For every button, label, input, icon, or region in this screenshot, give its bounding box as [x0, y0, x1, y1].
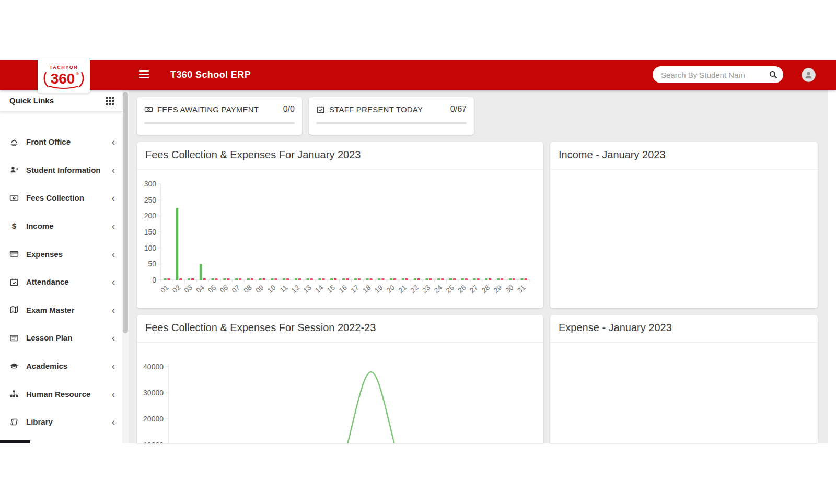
- search-input[interactable]: [661, 71, 769, 79]
- svg-text:50: 50: [148, 260, 156, 268]
- brand-logo[interactable]: TACHYON 360 ®: [38, 58, 90, 93]
- logo-main-text: 360: [51, 71, 75, 87]
- fees-expenses-session-chart-card: Fees Collection & Expenses For Session 2…: [137, 315, 543, 443]
- session-line-chart: 10000200003000040000: [137, 315, 543, 443]
- chevron-left-icon: ‹: [112, 333, 115, 343]
- svg-text:10: 10: [266, 284, 277, 295]
- svg-text:200: 200: [144, 212, 157, 220]
- menu-toggle-button[interactable]: [139, 70, 149, 78]
- banknote-icon: [144, 105, 153, 114]
- stat-value: 0/0: [283, 104, 295, 114]
- svg-text:17: 17: [350, 284, 361, 295]
- svg-text:100: 100: [144, 244, 157, 252]
- sidebar-scrollbar-track[interactable]: [122, 90, 129, 443]
- svg-text:31: 31: [516, 284, 527, 295]
- banknote-icon: [9, 193, 19, 203]
- sidebar-item-fees-collection[interactable]: Fees Collection ‹: [0, 184, 122, 212]
- svg-text:40000: 40000: [143, 362, 164, 371]
- panel-title: Income - January 2023: [559, 149, 666, 161]
- sidebar-item-label: Expenses: [26, 250, 112, 259]
- svg-text:03: 03: [183, 284, 194, 295]
- chevron-left-icon: ‹: [112, 277, 115, 287]
- svg-text:15: 15: [326, 284, 336, 295]
- svg-text:30000: 30000: [143, 389, 164, 397]
- divider: [550, 169, 818, 170]
- stat-label: FEES AWAITING PAYMENT: [157, 105, 283, 114]
- list-box-icon: [9, 333, 19, 343]
- sidebar-item-label: Lesson Plan: [26, 333, 112, 342]
- calendar-check-icon: [316, 105, 325, 114]
- daily-bar-chart: 0501001502002503000102030405060708091011…: [137, 142, 543, 308]
- sidebar-item-label: Student Information: [26, 166, 112, 174]
- svg-text:08: 08: [242, 284, 253, 295]
- search-icon[interactable]: [769, 70, 778, 79]
- svg-text:14: 14: [314, 284, 325, 295]
- svg-text:26: 26: [457, 284, 468, 295]
- svg-text:300: 300: [144, 180, 157, 188]
- sidebar-item-expenses[interactable]: Expenses ‹: [0, 240, 122, 268]
- svg-text:250: 250: [144, 196, 157, 204]
- sidebar-item-lesson-plan[interactable]: Lesson Plan ‹: [0, 324, 122, 352]
- student-search-box: [653, 66, 783, 83]
- sidebar-item-income[interactable]: $ Income ‹: [0, 212, 122, 240]
- user-avatar[interactable]: [802, 68, 816, 82]
- quick-links-header: Quick Links: [0, 90, 122, 112]
- svg-text:22: 22: [409, 284, 420, 295]
- map-icon: [9, 305, 19, 314]
- sidebar: Quick Links Front Office ‹: [0, 90, 122, 443]
- sidebar-item-label: Income: [26, 221, 112, 230]
- chevron-left-icon: ‹: [112, 221, 115, 231]
- apps-grid-icon[interactable]: [106, 97, 114, 105]
- chevron-left-icon: ‹: [112, 389, 115, 399]
- svg-text:0: 0: [152, 276, 156, 284]
- fees-expenses-january-chart-card: Fees Collection & Expenses For January 2…: [137, 142, 543, 308]
- sidebar-item-academics[interactable]: Academics ‹: [0, 352, 122, 380]
- logo-top-text: TACHYON: [50, 65, 78, 70]
- sidebar-item-attendance[interactable]: Attendance ‹: [0, 268, 122, 296]
- logo-reg-mark: ®: [76, 72, 79, 76]
- svg-text:21: 21: [397, 284, 408, 295]
- stat-value: 0/67: [450, 104, 467, 114]
- svg-text:11: 11: [278, 284, 289, 294]
- svg-text:18: 18: [361, 284, 372, 295]
- svg-text:29: 29: [492, 284, 503, 295]
- panel-title: Expense - January 2023: [559, 322, 672, 334]
- sidebar-item-library[interactable]: Library ‹: [0, 408, 122, 436]
- sidebar-item-label: Human Resource: [26, 390, 112, 398]
- sidebar-item-student-information[interactable]: Student Information ‹: [0, 156, 122, 184]
- sidebar-item-human-resource[interactable]: Human Resource ‹: [0, 380, 122, 408]
- stat-label: STAFF PRESENT TODAY: [329, 105, 450, 114]
- svg-text:19: 19: [373, 284, 384, 295]
- progress-bar: [316, 122, 467, 124]
- app-title: T360 School ERP: [170, 69, 251, 80]
- sidebar-item-label: Library: [26, 417, 112, 426]
- svg-text:04: 04: [195, 284, 206, 295]
- chevron-left-icon: ‹: [112, 417, 115, 427]
- sidebar-scrollbar-thumb[interactable]: [123, 92, 128, 333]
- chevron-left-icon: ‹: [112, 193, 115, 203]
- bottom-edge-strip: [0, 440, 30, 443]
- svg-text:12: 12: [290, 284, 301, 295]
- svg-text:09: 09: [254, 284, 265, 295]
- calendar-check-icon: [9, 277, 19, 287]
- svg-text:07: 07: [230, 284, 241, 295]
- quick-links-label: Quick Links: [9, 96, 54, 105]
- credit-card-icon: [9, 249, 19, 259]
- sidebar-item-label: Fees Collection: [26, 193, 112, 202]
- svg-text:23: 23: [421, 284, 432, 295]
- svg-text:20: 20: [385, 284, 396, 295]
- sidebar-item-label: Academics: [26, 361, 112, 370]
- svg-text:05: 05: [206, 284, 217, 295]
- user-plus-icon: [9, 165, 19, 174]
- sidebar-item-exam-master[interactable]: Exam Master ‹: [0, 296, 122, 324]
- svg-text:06: 06: [218, 284, 229, 295]
- sidebar-menu: Front Office ‹ Student Information ‹: [0, 128, 122, 436]
- svg-text:16: 16: [338, 284, 349, 295]
- fees-awaiting-payment-card: FEES AWAITING PAYMENT 0/0: [137, 97, 302, 135]
- svg-text:28: 28: [480, 284, 491, 295]
- svg-text:150: 150: [144, 228, 157, 236]
- sidebar-item-front-office[interactable]: Front Office ‹: [0, 128, 122, 156]
- svg-text:10000: 10000: [143, 441, 164, 443]
- chevron-left-icon: ‹: [112, 137, 115, 147]
- user-icon: [804, 70, 814, 80]
